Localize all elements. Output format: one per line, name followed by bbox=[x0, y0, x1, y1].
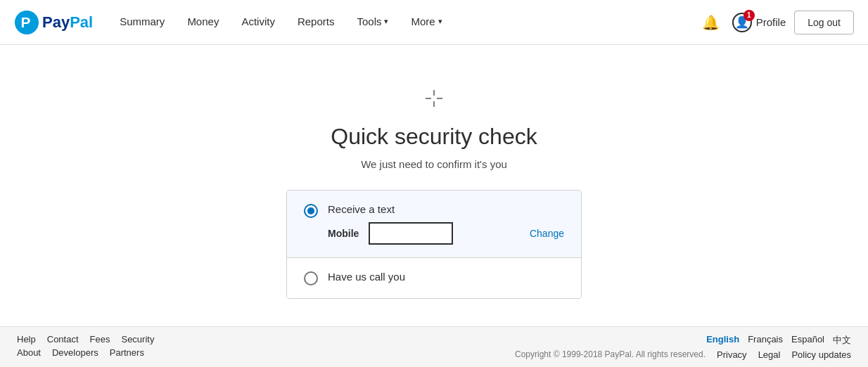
nav-item-activity[interactable]: Activity bbox=[231, 0, 285, 45]
tools-chevron-icon: ▾ bbox=[384, 17, 388, 26]
option-label-receive-text: Receive a text bbox=[328, 203, 564, 215]
page-title: Quick security check bbox=[331, 124, 537, 150]
page-subtitle: We just need to confirm it's you bbox=[361, 158, 507, 170]
radio-receive-text[interactable] bbox=[304, 204, 318, 218]
option-content-receive-text: Receive a text Mobile Change bbox=[328, 203, 564, 245]
change-link[interactable]: Change bbox=[530, 228, 564, 239]
footer: Help Contact Fees Security About Develop… bbox=[0, 326, 868, 327]
more-chevron-icon: ▾ bbox=[438, 17, 442, 26]
mobile-row: Mobile Change bbox=[328, 222, 564, 245]
header-right: 🔔 👤 1 Profile Log out bbox=[698, 10, 854, 35]
paypal-logo[interactable]: P PayPal bbox=[14, 10, 93, 35]
option-content-call: Have us call you bbox=[328, 271, 564, 283]
profile-button[interactable]: 👤 1 Profile bbox=[732, 13, 786, 32]
nav-item-more[interactable]: More ▾ bbox=[401, 0, 452, 45]
crosshair-svg bbox=[423, 87, 445, 110]
mobile-input[interactable] bbox=[369, 222, 453, 245]
option-call: Have us call you bbox=[287, 258, 581, 298]
profile-icon: 👤 1 bbox=[732, 13, 752, 32]
option-label-call: Have us call you bbox=[328, 271, 564, 283]
header: P PayPal Summary Money Activity Reports … bbox=[0, 0, 868, 45]
nav-item-money[interactable]: Money bbox=[177, 0, 229, 45]
crosshair-icon bbox=[423, 87, 445, 110]
profile-label: Profile bbox=[756, 16, 786, 28]
paypal-wordmark: PayPal bbox=[42, 13, 93, 32]
notifications-button[interactable]: 🔔 bbox=[698, 10, 724, 35]
nav-item-tools[interactable]: Tools ▾ bbox=[347, 0, 398, 45]
radio-call[interactable] bbox=[304, 271, 318, 285]
main-content: Quick security check We just need to con… bbox=[0, 45, 868, 327]
bell-icon: 🔔 bbox=[702, 14, 720, 31]
option-receive-text: Receive a text Mobile Change bbox=[287, 191, 581, 258]
main-nav: Summary Money Activity Reports Tools ▾ M… bbox=[110, 0, 698, 45]
svg-text:P: P bbox=[20, 13, 30, 30]
options-card: Receive a text Mobile Change Have us cal… bbox=[286, 190, 582, 299]
profile-badge: 1 bbox=[743, 10, 755, 21]
nav-item-summary[interactable]: Summary bbox=[110, 0, 174, 45]
mobile-label: Mobile bbox=[328, 228, 359, 239]
paypal-logo-icon: P bbox=[14, 10, 39, 35]
logo-area: P PayPal bbox=[14, 10, 93, 35]
logout-button[interactable]: Log out bbox=[794, 11, 854, 34]
nav-item-reports[interactable]: Reports bbox=[288, 0, 345, 45]
